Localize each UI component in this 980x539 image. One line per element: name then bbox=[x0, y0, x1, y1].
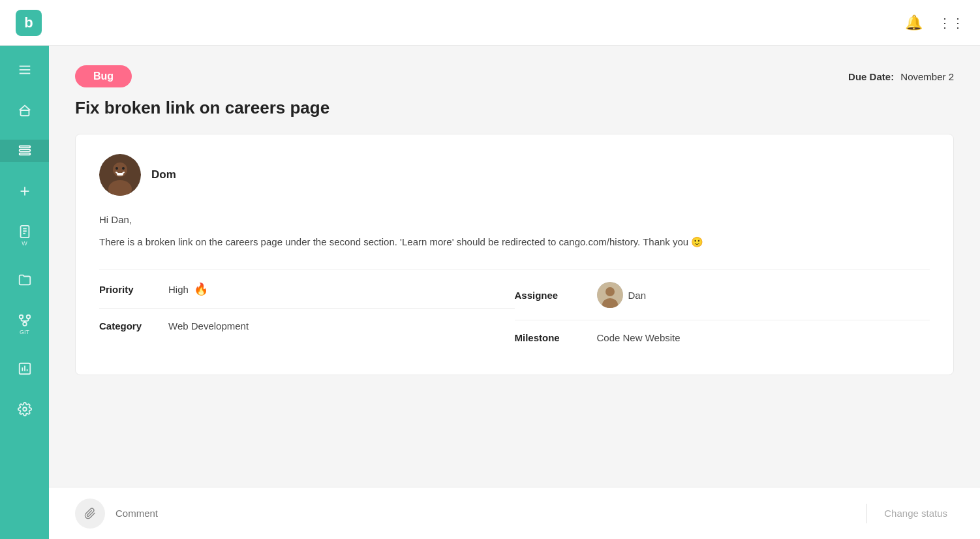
sidebar-item-docs[interactable]: W bbox=[0, 221, 49, 251]
details-grid: Priority High 🔥 Category Web Development bbox=[99, 270, 930, 355]
author-avatar bbox=[99, 154, 141, 196]
due-date-label: Due Date: bbox=[848, 71, 894, 82]
due-date-area: Due Date: November 2 bbox=[848, 71, 954, 82]
main-card: Dom Hi Dan, There is a broken link on th… bbox=[75, 134, 954, 375]
svg-point-15 bbox=[26, 315, 30, 319]
page-header: Bug Due Date: November 2 bbox=[75, 65, 954, 87]
main-layout: W GIT Bug Due Date: November 2 bbox=[0, 46, 980, 539]
details-left: Priority High 🔥 Category Web Development bbox=[99, 270, 515, 355]
category-label: Category bbox=[99, 320, 158, 331]
fire-icon: 🔥 bbox=[194, 282, 208, 296]
assignee-value: Dan bbox=[597, 282, 647, 308]
svg-rect-4 bbox=[19, 146, 30, 148]
bug-badge: Bug bbox=[75, 65, 132, 87]
svg-point-21 bbox=[23, 407, 27, 411]
assignee-row: Assignee Dan bbox=[515, 270, 930, 320]
milestone-value: Code New Website bbox=[597, 332, 681, 343]
svg-point-25 bbox=[115, 167, 118, 170]
sidebar-item-home[interactable] bbox=[0, 99, 49, 121]
svg-point-26 bbox=[122, 167, 125, 170]
details-right: Assignee Dan bbox=[515, 270, 930, 355]
message-text: There is a broken link on the careers pa… bbox=[99, 234, 930, 251]
svg-rect-6 bbox=[19, 153, 30, 155]
comment-author: Dom bbox=[99, 154, 930, 196]
bottom-bar: Change status bbox=[49, 487, 980, 539]
assignee-avatar bbox=[597, 282, 623, 308]
grid-icon[interactable]: ⋮⋮ bbox=[938, 15, 964, 31]
due-date-value: November 2 bbox=[900, 71, 954, 82]
message-body: Hi Dan, There is a broken link on the ca… bbox=[99, 211, 930, 250]
attachment-button[interactable] bbox=[75, 499, 105, 529]
sidebar-item-settings[interactable] bbox=[0, 398, 49, 420]
priority-label: Priority bbox=[99, 284, 158, 295]
author-name: Dom bbox=[151, 168, 176, 181]
page-title: Fix broken link on careers page bbox=[75, 98, 954, 118]
sidebar-item-tasks[interactable] bbox=[0, 140, 49, 162]
comment-input[interactable] bbox=[115, 499, 856, 529]
sidebar-item-files[interactable] bbox=[0, 269, 49, 291]
sidebar-item-menu[interactable] bbox=[0, 59, 49, 81]
sidebar-item-reports[interactable] bbox=[0, 358, 49, 380]
sidebar-item-add[interactable] bbox=[0, 180, 49, 202]
priority-row: Priority High 🔥 bbox=[99, 270, 515, 308]
page-content: Bug Due Date: November 2 Fix broken link… bbox=[49, 46, 980, 487]
change-status-button[interactable]: Change status bbox=[878, 508, 954, 519]
svg-point-13 bbox=[23, 322, 27, 326]
category-value: Web Development bbox=[168, 320, 249, 331]
content-area: Bug Due Date: November 2 Fix broken link… bbox=[49, 46, 980, 539]
docs-label: W bbox=[22, 240, 27, 247]
sidebar: W GIT bbox=[0, 46, 49, 539]
milestone-row: Milestone Code New Website bbox=[515, 320, 930, 355]
topbar: b 🔔 ⋮⋮ bbox=[0, 0, 980, 46]
svg-point-14 bbox=[19, 315, 23, 319]
priority-value: High 🔥 bbox=[168, 282, 208, 296]
assignee-label: Assignee bbox=[515, 290, 587, 301]
git-label: GIT bbox=[20, 329, 29, 335]
svg-point-29 bbox=[605, 287, 615, 296]
sidebar-item-git[interactable]: GIT bbox=[0, 309, 49, 339]
svg-rect-3 bbox=[20, 110, 29, 116]
greeting: Hi Dan, bbox=[99, 211, 930, 228]
milestone-label: Milestone bbox=[515, 332, 587, 343]
svg-rect-5 bbox=[19, 149, 30, 151]
category-row: Category Web Development bbox=[99, 308, 515, 343]
topbar-right: 🔔 ⋮⋮ bbox=[905, 14, 964, 31]
svg-rect-27 bbox=[117, 173, 123, 176]
bar-divider bbox=[866, 504, 867, 523]
logo-letter: b bbox=[24, 14, 33, 31]
logo[interactable]: b bbox=[16, 10, 42, 36]
notification-icon[interactable]: 🔔 bbox=[905, 14, 923, 31]
